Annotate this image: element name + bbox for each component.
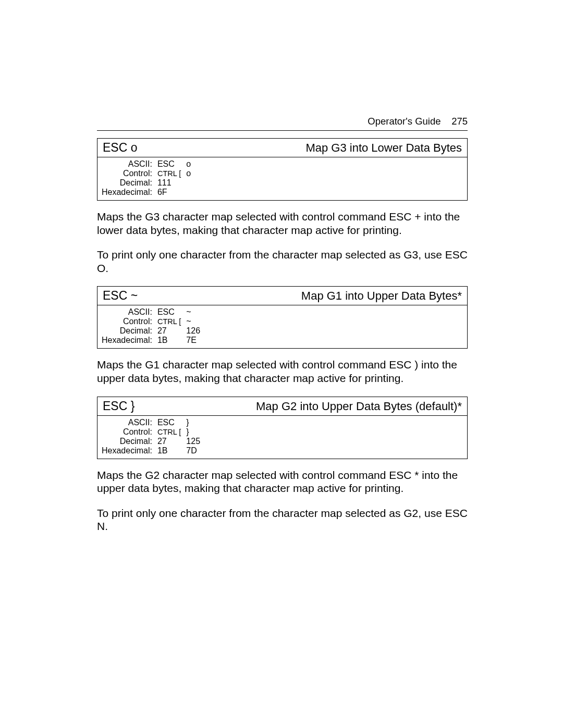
row-value (186, 188, 207, 197)
row-value: ~ (186, 307, 207, 317)
table-row: Hexadecimal: 6F (102, 188, 207, 197)
row-value: 7E (186, 336, 207, 345)
row-value: ESC (157, 307, 186, 317)
row-label: Control: (102, 169, 157, 178)
table-row: Control: CTRL [ o (102, 169, 207, 178)
row-value: ESC (157, 418, 186, 427)
description-paragraph: Maps the G3 character map selected with … (97, 210, 468, 237)
row-value: 27 (157, 437, 186, 446)
row-value: ESC (157, 159, 186, 169)
row-value: CTRL [ (157, 169, 186, 178)
description-paragraph: Maps the G2 character map selected with … (97, 468, 468, 495)
command-title: Map G3 into Lower Data Bytes (305, 141, 462, 155)
row-value: 126 (186, 326, 207, 336)
table-row: Decimal: 111 (102, 178, 207, 188)
row-label: Decimal: (102, 178, 157, 188)
row-label: Hexadecimal: (102, 336, 157, 345)
row-value (186, 178, 207, 188)
row-label: Control: (102, 427, 157, 437)
command-body: ASCII: ESC } Control: CTRL [ } Decimal: … (97, 416, 467, 459)
command-name: ESC ~ (103, 289, 138, 303)
page-content: Operator's Guide 275 ESC o Map G3 into L… (97, 116, 468, 545)
description-paragraph: Maps the G1 character map selected with … (97, 358, 468, 385)
row-label: Control: (102, 317, 157, 326)
command-body: ASCII: ESC o Control: CTRL [ o Decimal: … (97, 157, 467, 200)
table-row: Control: CTRL [ ~ (102, 317, 207, 326)
row-value: 7D (186, 446, 207, 455)
row-value: } (186, 418, 207, 427)
row-value: o (186, 159, 207, 169)
row-value: 27 (157, 326, 186, 336)
table-row: ASCII: ESC ~ (102, 307, 207, 317)
command-name: ESC o (103, 141, 137, 155)
row-value: ~ (186, 317, 207, 326)
doc-title: Operator's Guide (368, 116, 440, 127)
command-box: ESC ~ Map G1 into Upper Data Bytes* ASCI… (97, 286, 468, 349)
table-row: Control: CTRL [ } (102, 427, 207, 437)
encoding-table: ASCII: ESC o Control: CTRL [ o Decimal: … (102, 159, 207, 197)
row-value: } (186, 427, 207, 437)
row-value: 6F (157, 188, 186, 197)
encoding-table: ASCII: ESC ~ Control: CTRL [ ~ Decimal: … (102, 307, 207, 345)
row-label: ASCII: (102, 159, 157, 169)
command-title: Map G2 into Upper Data Bytes (default)* (256, 400, 462, 413)
command-body: ASCII: ESC ~ Control: CTRL [ ~ Decimal: … (97, 305, 467, 348)
command-name: ESC } (103, 399, 134, 413)
table-row: Hexadecimal: 1B 7D (102, 446, 207, 455)
command-box: ESC } Map G2 into Upper Data Bytes (defa… (97, 397, 468, 459)
row-value: 1B (157, 446, 186, 455)
row-label: ASCII: (102, 307, 157, 317)
row-value: 1B (157, 336, 186, 345)
encoding-table: ASCII: ESC } Control: CTRL [ } Decimal: … (102, 418, 207, 455)
row-value: o (186, 169, 207, 178)
command-title: Map G1 into Upper Data Bytes* (301, 289, 462, 303)
page-number: 275 (451, 116, 468, 127)
description-paragraph: To print only one character from the cha… (97, 248, 468, 275)
row-label: Hexadecimal: (102, 446, 157, 455)
description-paragraph: To print only one character from the cha… (97, 507, 468, 533)
command-header: ESC o Map G3 into Lower Data Bytes (97, 139, 467, 157)
table-row: ASCII: ESC o (102, 159, 207, 169)
row-value: 111 (157, 178, 186, 188)
row-label: Decimal: (102, 326, 157, 336)
row-value: CTRL [ (157, 427, 186, 437)
table-row: Hexadecimal: 1B 7E (102, 336, 207, 345)
command-header: ESC ~ Map G1 into Upper Data Bytes* (97, 287, 467, 305)
running-head: Operator's Guide 275 (97, 116, 468, 127)
command-header: ESC } Map G2 into Upper Data Bytes (defa… (97, 397, 467, 416)
header-rule (97, 130, 468, 131)
row-label: ASCII: (102, 418, 157, 427)
table-row: Decimal: 27 126 (102, 326, 207, 336)
command-box: ESC o Map G3 into Lower Data Bytes ASCII… (97, 138, 468, 201)
row-value: CTRL [ (157, 317, 186, 326)
table-row: ASCII: ESC } (102, 418, 207, 427)
row-label: Hexadecimal: (102, 188, 157, 197)
row-label: Decimal: (102, 437, 157, 446)
row-value: 125 (186, 437, 207, 446)
table-row: Decimal: 27 125 (102, 437, 207, 446)
